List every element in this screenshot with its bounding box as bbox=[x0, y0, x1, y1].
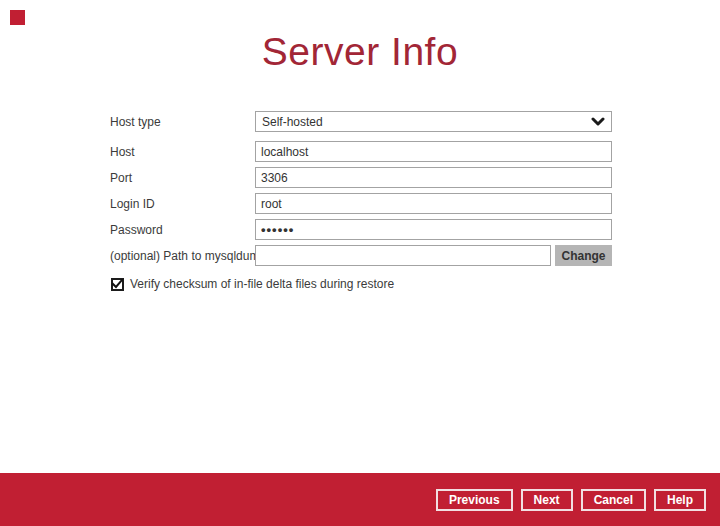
mysqldump-path-input[interactable] bbox=[255, 245, 551, 266]
change-path-button[interactable]: Change bbox=[555, 245, 612, 266]
host-type-select[interactable]: Self-hosted bbox=[255, 111, 612, 132]
host-row: Host bbox=[110, 141, 612, 162]
login-id-label: Login ID bbox=[110, 197, 255, 211]
password-input[interactable] bbox=[255, 219, 612, 240]
host-input[interactable] bbox=[255, 141, 612, 162]
check-icon bbox=[112, 275, 123, 293]
port-row: Port bbox=[110, 167, 612, 188]
password-label: Password bbox=[110, 223, 255, 237]
mysqldump-path-label: (optional) Path to mysqldump bbox=[110, 249, 255, 263]
verify-checksum-checkbox[interactable] bbox=[111, 278, 124, 291]
host-type-row: Host type Self-hosted bbox=[110, 111, 612, 132]
host-type-label: Host type bbox=[110, 115, 255, 129]
host-type-selected-value: Self-hosted bbox=[262, 115, 323, 129]
verify-checksum-row: Verify checksum of in-file delta files d… bbox=[110, 277, 612, 291]
footer-bar: Previous Next Cancel Help bbox=[0, 473, 720, 526]
help-button[interactable]: Help bbox=[654, 489, 706, 511]
next-button[interactable]: Next bbox=[521, 489, 573, 511]
host-label: Host bbox=[110, 145, 255, 159]
password-row: Password bbox=[110, 219, 612, 240]
port-label: Port bbox=[110, 171, 255, 185]
chevron-down-icon bbox=[591, 117, 605, 126]
verify-checksum-label: Verify checksum of in-file delta files d… bbox=[130, 277, 394, 291]
page-title: Server Info bbox=[0, 31, 720, 74]
server-info-form: Host type Self-hosted Host Port bbox=[110, 111, 612, 291]
login-id-row: Login ID bbox=[110, 193, 612, 214]
cancel-button[interactable]: Cancel bbox=[581, 489, 646, 511]
login-id-input[interactable] bbox=[255, 193, 612, 214]
server-info-window: Server Info Host type Self-hosted Host bbox=[0, 0, 720, 526]
port-input[interactable] bbox=[255, 167, 612, 188]
previous-button[interactable]: Previous bbox=[436, 489, 513, 511]
mysqldump-path-row: (optional) Path to mysqldump Change bbox=[110, 245, 612, 266]
app-logo-square bbox=[10, 10, 25, 25]
